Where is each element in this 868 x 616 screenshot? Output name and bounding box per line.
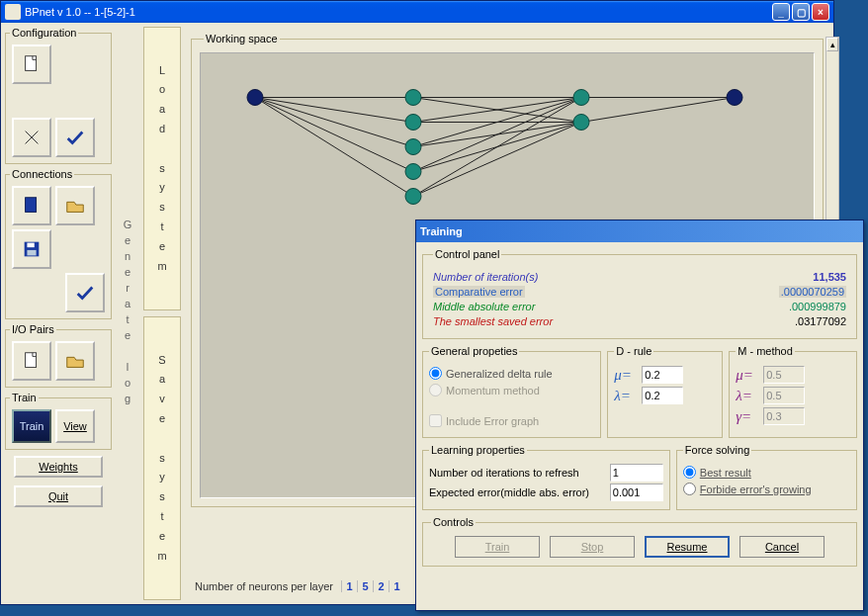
iopairs-legend: I/O Pairs [10,323,56,335]
lambda-icon: λ= [614,388,638,404]
control-panel-group: Control panel Number of iteration(s)11,5… [422,248,857,339]
maximize-button[interactable]: ▢ [792,3,810,21]
save-system-strip[interactable]: Save system [143,316,181,600]
gdr-radio[interactable]: Generalized delta rule [429,367,594,380]
svg-rect-5 [27,243,34,248]
iterations-value: 11,535 [813,271,846,283]
momentum-radio[interactable]: Momentum method [429,384,594,396]
expected-input[interactable] [610,484,663,501]
svg-line-19 [413,98,581,172]
forbide-growing-radio[interactable]: Forbide error's growing [683,483,850,495]
mid-error-value: .000999879 [789,301,846,312]
quit-button[interactable]: Quit [14,485,103,507]
view-button[interactable]: View [55,409,95,443]
refresh-label: Number od iterations to refresh [429,467,579,479]
connections-legend: Connections [10,168,74,180]
close-button[interactable]: × [812,3,829,21]
configuration-group: Configuration [5,27,112,164]
best-result-radio[interactable]: Best result [683,466,850,479]
force-solving-group: Force solving Best result Forbide error'… [676,444,857,510]
svg-point-26 [405,90,421,106]
svg-line-12 [255,98,413,197]
smallest-error-label: The smallest saved error [433,315,553,327]
refresh-input[interactable] [610,464,663,482]
svg-rect-6 [27,250,36,255]
app-title: BPnet v 1.0 -- 1-[5-2]-1 [25,6,772,18]
dialog-stop-button: Stop [550,536,635,558]
mu-icon: μ= [614,367,638,384]
svg-point-25 [247,90,263,106]
dialog-cancel-button[interactable]: Cancel [739,536,825,558]
svg-line-9 [255,98,413,123]
svg-point-29 [405,164,421,180]
cancel-config-button[interactable] [12,118,51,157]
dialog-resume-button[interactable]: Resume [645,536,730,558]
comp-error-label: Comparative error [433,286,525,298]
main-titlebar[interactable]: BPnet v 1.0 -- 1-[5-2]-1 _ ▢ × [1,1,833,23]
mmethod-mu-input [763,366,805,384]
iopairs-group: I/O Pairs [5,323,112,388]
configuration-legend: Configuration [10,27,78,39]
svg-rect-3 [26,198,37,213]
train-legend: Train [10,392,39,403]
expected-label: Expected error(middle abs. error) [429,486,589,498]
gamma-icon: γ= [736,408,759,425]
new-connections-button[interactable] [12,186,51,225]
open-connections-button[interactable] [55,186,95,225]
dialog-title: Training [420,225,859,237]
controls-group: Controls Train Stop Resume Cancel [422,516,857,567]
svg-line-24 [581,98,735,123]
mid-error-label: Middle absolute error [433,301,535,312]
mmethod-gamma-input [763,407,805,425]
neurons-label: Number of neurons per layer [195,580,333,592]
svg-point-31 [573,90,589,106]
accept-config-button[interactable] [55,118,95,157]
svg-point-27 [405,115,421,131]
training-dialog: Training Control panel Number of iterati… [415,220,864,611]
svg-line-10 [255,98,413,147]
svg-point-30 [405,189,421,205]
new-iopairs-button[interactable] [12,341,51,381]
weights-button[interactable]: Weights [14,456,103,478]
train-group: Train Train View [5,392,112,450]
dialog-body: Control panel Number of iteration(s)11,5… [416,242,863,610]
general-properties-group: General propeties Generalized delta rule… [422,345,601,438]
svg-rect-7 [26,353,37,368]
train-button[interactable]: Train [12,409,51,443]
svg-line-11 [255,98,413,172]
drule-lambda-input[interactable] [642,387,683,404]
drule-mu-input[interactable] [642,366,683,384]
dialog-train-button: Train [455,536,540,558]
svg-point-32 [573,115,589,131]
svg-point-28 [405,139,421,155]
generate-log-label: Generate log [116,27,139,600]
dialog-titlebar[interactable]: Training [416,220,863,242]
mu2-icon: μ= [736,367,759,384]
load-system-strip[interactable]: Load system [143,27,181,310]
minimize-button[interactable]: _ [772,3,790,21]
new-config-button[interactable] [12,44,51,84]
svg-line-22 [413,123,581,197]
lambda2-icon: λ= [736,388,759,404]
save-connections-button[interactable] [12,229,51,269]
svg-line-21 [413,98,581,197]
smallest-error-value: .03177092 [795,315,846,327]
connections-group: Connections [5,168,112,319]
neurons-values: 1521 [341,580,404,592]
system-strips: Load system Save system [143,27,181,600]
comp-error-value: .0000070259 [779,286,846,298]
workspace-legend: Working space [204,33,280,44]
mmethod-group: M - method μ= λ= γ= [729,345,857,438]
iterations-label: Number of iteration(s) [433,271,538,283]
svg-point-33 [727,90,742,106]
include-error-checkbox[interactable]: Include Error graph [429,414,594,427]
left-sidebar: Configuration Connections [5,27,112,600]
learning-properties-group: Learning properties Number od iterations… [422,444,670,510]
app-icon [5,4,21,20]
svg-rect-0 [26,56,37,71]
drule-group: D - rule μ= λ= [607,345,723,438]
mmethod-lambda-input [763,387,805,404]
accept-connections-button[interactable] [65,273,105,312]
open-iopairs-button[interactable] [55,341,95,381]
